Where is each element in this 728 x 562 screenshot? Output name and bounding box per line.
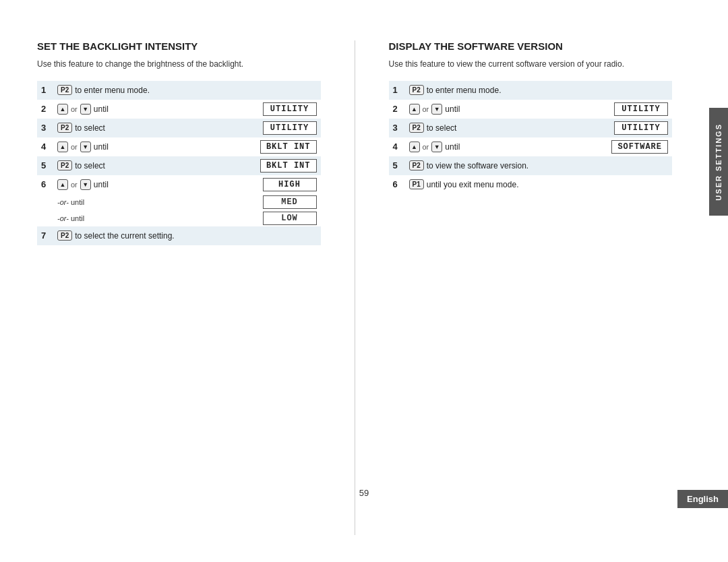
lcd-3: UTILITY [263, 121, 317, 135]
or-prefix-med: -or- until [57, 198, 84, 206]
arrow-up-6: ▲ [57, 179, 68, 190]
sw-p2-button-3: P2 [409, 123, 424, 133]
sw-step-3-num: 3 [393, 123, 404, 133]
step-5-text: to select [75, 161, 105, 170]
section-divider [355, 40, 355, 535]
sw-step-1-content: P2 to enter menu mode. [409, 85, 669, 95]
sw-step-5-text: to view the software version. [427, 161, 528, 170]
sw-step-2: 2 ▲ or ▼ until UTILITY [389, 100, 673, 119]
step-5-num: 5 [41, 160, 52, 170]
step-7: 7 P2 to select the current setting. [37, 226, 321, 245]
sw-lcd-4: SOFTWARE [611, 140, 668, 154]
sw-step-1-num: 1 [393, 85, 404, 95]
step-1-text: to enter menu mode. [75, 86, 150, 95]
lcd-low: LOW [263, 212, 317, 225]
p2-button-1: P2 [57, 85, 72, 95]
sw-step-4-content: ▲ or ▼ until SOFTWARE [409, 140, 669, 154]
sw-lcd-3: UTILITY [614, 121, 668, 135]
software-section: DISPLAY THE SOFTWARE VERSION Use this fe… [389, 40, 673, 535]
sw-step-6-text: until you exit menu mode. [427, 180, 519, 189]
or-prefix-low: -or- until [57, 214, 84, 222]
sw-arrow-up-4: ▲ [409, 142, 420, 152]
sw-arrow-down-4: ▼ [431, 142, 442, 152]
sw-step-5-num: 5 [393, 160, 404, 170]
sw-p1-button-6: P1 [409, 179, 424, 189]
arrow-down-2: ▼ [80, 104, 91, 115]
step-2: 2 ▲ or ▼ until UTILITY [37, 100, 321, 119]
step-2-num: 2 [41, 104, 52, 114]
page-number: 59 [359, 488, 369, 498]
p2-button-3: P2 [57, 123, 72, 133]
sw-step-5-content: P2 to view the software version. [409, 160, 669, 170]
arrow-down-4: ▼ [80, 142, 91, 152]
sw-p2-button-1: P2 [409, 85, 424, 95]
step-6: 6 ▲ or ▼ until HIGH [37, 175, 321, 194]
step-1: 1 P2 to enter menu mode. [37, 81, 321, 100]
lcd-4: BKLT INT [260, 140, 317, 154]
p2-button-7: P2 [57, 230, 72, 241]
software-steps: 1 P2 to enter menu mode. 2 ▲ or ▼ until … [389, 81, 673, 194]
sw-p2-button-5: P2 [409, 160, 424, 170]
step-1-num: 1 [41, 85, 52, 95]
step-3-content: P2 to select UTILITY [57, 121, 317, 135]
sw-step-4-num: 4 [393, 142, 404, 152]
sw-step-4-text: until [445, 142, 460, 152]
step-4-text: until [94, 142, 109, 152]
lcd-5: BKLT INT [260, 159, 317, 173]
step-6-num: 6 [41, 179, 52, 189]
sw-step-5: 5 P2 to view the software version. [389, 156, 673, 175]
step-4-content: ▲ or ▼ until BKLT INT [57, 140, 317, 154]
step-2-content: ▲ or ▼ until UTILITY [57, 102, 317, 116]
sw-step-2-num: 2 [393, 104, 404, 114]
language-label: English [687, 494, 719, 504]
side-tab-label: USER SETTINGS [715, 123, 723, 201]
page-container: USER SETTINGS English 59 SET THE BACKLIG… [0, 0, 728, 562]
sw-arrow-down-2: ▼ [431, 104, 442, 115]
lcd-6: HIGH [263, 178, 317, 191]
step-7-text: to select the current setting. [75, 231, 174, 241]
step-3: 3 P2 to select UTILITY [37, 119, 321, 137]
or-text-6: or [71, 181, 78, 189]
step-1-content: P2 to enter menu mode. [57, 85, 317, 95]
sw-step-3-text: to select [427, 123, 457, 133]
arrow-down-6: ▼ [80, 179, 91, 190]
sw-step-6-num: 6 [393, 179, 404, 189]
backlight-desc: Use this feature to change the brightnes… [37, 59, 321, 70]
main-content: SET THE BACKLIGHT INTENSITY Use this fea… [0, 0, 709, 562]
step-6-text: until [94, 180, 109, 189]
step-3-text: to select [75, 123, 105, 133]
sw-step-6-content: P1 until you exit menu mode. [409, 179, 669, 189]
software-title: DISPLAY THE SOFTWARE VERSION [389, 40, 673, 52]
sw-step-4: 4 ▲ or ▼ until SOFTWARE [389, 137, 673, 156]
step-4: 4 ▲ or ▼ until BKLT INT [37, 137, 321, 156]
arrow-up-4: ▲ [57, 142, 68, 152]
arrow-up-2: ▲ [57, 104, 68, 115]
backlight-section: SET THE BACKLIGHT INTENSITY Use this fea… [37, 40, 321, 535]
sw-step-2-text: until [445, 104, 460, 114]
step-7-content: P2 to select the current setting. [57, 230, 317, 241]
backlight-steps: 1 P2 to enter menu mode. 2 ▲ or ▼ until … [37, 81, 321, 245]
sw-or-text-2: or [423, 105, 429, 113]
sw-step-6: 6 P1 until you exit menu mode. [389, 175, 673, 194]
step-3-num: 3 [41, 123, 52, 133]
software-desc: Use this feature to view the current sof… [389, 59, 673, 70]
sw-step-1-text: to enter menu mode. [427, 86, 502, 95]
step-2-text: until [94, 104, 109, 114]
p2-button-5: P2 [57, 160, 72, 170]
or-text-4: or [71, 143, 78, 151]
user-settings-tab: USER SETTINGS [709, 108, 728, 216]
sw-step-3-content: P2 to select UTILITY [409, 121, 669, 135]
or-line-med: -or- until MED [37, 194, 321, 210]
sw-arrow-up-2: ▲ [409, 104, 420, 115]
step-6-content: ▲ or ▼ until HIGH [57, 178, 317, 191]
lcd-med: MED [263, 195, 317, 209]
sw-step-2-content: ▲ or ▼ until UTILITY [409, 102, 669, 116]
or-text-2: or [71, 105, 78, 113]
sw-step-3: 3 P2 to select UTILITY [389, 119, 673, 137]
sw-step-1: 1 P2 to enter menu mode. [389, 81, 673, 100]
backlight-title: SET THE BACKLIGHT INTENSITY [37, 40, 321, 52]
lcd-2: UTILITY [263, 102, 317, 116]
step-4-num: 4 [41, 142, 52, 152]
or-line-low: -or- until LOW [37, 210, 321, 226]
step-5-content: P2 to select BKLT INT [57, 159, 317, 173]
